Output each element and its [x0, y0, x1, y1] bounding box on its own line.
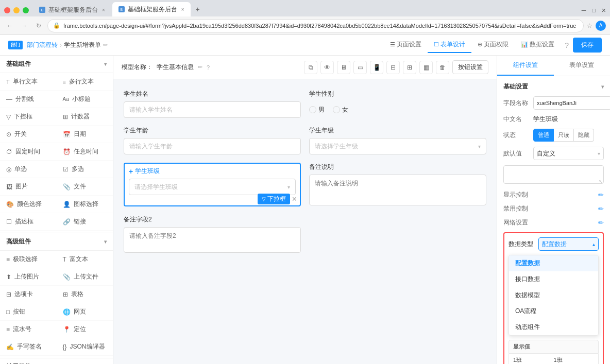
- default-value-textarea[interactable]: [503, 165, 604, 184]
- tab-form-settings[interactable]: 表单设置: [554, 56, 611, 76]
- sidebar-item-divider[interactable]: — 分割线: [0, 91, 57, 108]
- fieldname-input[interactable]: [533, 96, 610, 110]
- browser-minimize-icon[interactable]: ─: [582, 7, 586, 14]
- browser-close-icon[interactable]: ×: [602, 6, 606, 14]
- status-hidden-btn[interactable]: 隐藏: [574, 129, 594, 142]
- url-input[interactable]: [63, 23, 578, 29]
- sidebar-item-table[interactable]: ⊞ 表格: [57, 286, 113, 303]
- layout3-icon[interactable]: ▦: [419, 61, 433, 74]
- model-question-icon[interactable]: ?: [207, 64, 210, 71]
- sidebar-item-signature[interactable]: ✍ 手写签名: [0, 338, 57, 356]
- sidebar-item-date[interactable]: 📅 日期: [57, 126, 113, 143]
- tab-component-settings[interactable]: 组件设置: [497, 56, 554, 76]
- tab-2[interactable]: B 基础框架服务后台 ×: [112, 2, 191, 16]
- sidebar-item-button[interactable]: □ 按钮: [0, 303, 57, 321]
- new-tab-btn[interactable]: +: [192, 3, 204, 15]
- cell-display-1[interactable]: 1班: [513, 356, 554, 364]
- nav-tab-page-perms[interactable]: ⊕ 页面权限: [471, 37, 515, 53]
- phone-icon[interactable]: 📱: [370, 61, 383, 74]
- sidebar-item-checkbox[interactable]: ☑ 多选: [57, 161, 113, 178]
- radio-male[interactable]: 男: [309, 106, 325, 114]
- back-btn[interactable]: ←: [4, 20, 15, 31]
- save-button[interactable]: 保存: [573, 38, 602, 53]
- sidebar-item-multi-text[interactable]: ≡ 多行文本: [57, 73, 113, 91]
- expand-textarea-icon[interactable]: ⤡: [599, 179, 603, 184]
- data-type-select[interactable]: 配置数据 ▴: [538, 237, 599, 251]
- sidebar-item-rich-text[interactable]: T 富文本: [57, 251, 113, 268]
- status-readonly-btn[interactable]: 只读: [554, 129, 574, 142]
- field-select[interactable]: 请选择学生年级 ▾: [309, 138, 486, 154]
- cell-val-1[interactable]: 1班: [554, 356, 595, 364]
- sidebar-item-single-text[interactable]: T 单行文本: [0, 73, 57, 91]
- sidebar-item-color[interactable]: 🎨 颜色选择: [0, 196, 57, 213]
- disable-edit-icon[interactable]: ✏: [598, 205, 604, 213]
- sidebar-item-link[interactable]: 🔗 链接: [57, 213, 113, 231]
- dropdown-item-api[interactable]: 接口数据: [509, 271, 598, 287]
- extend-section-header[interactable]: 扩展组件 ▾: [0, 358, 113, 364]
- window-minimize-btn[interactable]: [13, 7, 20, 13]
- window-close-btn[interactable]: [4, 7, 10, 13]
- basic-section-header[interactable]: 基础组件 ▾: [0, 56, 113, 73]
- status-normal-btn[interactable]: 普通: [533, 129, 554, 142]
- model-edit-icon[interactable]: ✏: [198, 64, 202, 71]
- tab2-close[interactable]: ×: [181, 7, 184, 12]
- preview-icon[interactable]: 👁: [320, 61, 334, 74]
- class-select[interactable]: 请选择学生班级 ▾: [129, 179, 296, 195]
- breadcrumb-edit-icon[interactable]: ✏: [103, 42, 108, 48]
- sidebar-item-icon-select[interactable]: 👤 图标选择: [57, 196, 113, 213]
- sidebar-item-counter[interactable]: ⊞ 计数器: [57, 108, 113, 126]
- sidebar-item-any-time[interactable]: ⏰ 任意时间: [57, 143, 113, 161]
- sidebar-item-subtitle[interactable]: Aa 小标题: [57, 91, 113, 108]
- copy-icon[interactable]: ⧉: [304, 61, 317, 74]
- sidebar-item-serial[interactable]: ≡ 流水号: [0, 321, 57, 338]
- sidebar-item-webpage[interactable]: 🌐 网页: [57, 303, 113, 321]
- default-select[interactable]: 自定义 ▾: [533, 147, 604, 160]
- window-maximize-btn[interactable]: [23, 7, 29, 13]
- nav-tab-data-settings[interactable]: 📊 数据设置: [515, 37, 561, 53]
- tab-1[interactable]: B 基础框架服务后台 ×: [33, 3, 111, 16]
- pc-icon[interactable]: 🖥: [337, 61, 350, 74]
- sidebar-item-cascade[interactable]: ≡ 极联选择: [0, 251, 57, 268]
- nav-tab-page-settings[interactable]: ☰ 页面设置: [384, 37, 428, 53]
- field-input[interactable]: 请输入学生姓名: [124, 101, 301, 118]
- sidebar-item-file[interactable]: 📎 文件: [57, 178, 113, 196]
- sidebar-item-desc[interactable]: ☐ 描述框: [0, 213, 57, 231]
- nav-tab-form-design[interactable]: ☐ 表单设计: [428, 37, 471, 53]
- sidebar-item-fixed-time[interactable]: ⏱ 固定时间: [0, 143, 57, 161]
- remark-textarea[interactable]: [309, 175, 486, 205]
- bookmark-icon[interactable]: ☆: [587, 22, 592, 29]
- forward-btn[interactable]: →: [19, 20, 30, 31]
- sidebar-item-upload-img[interactable]: ⬆ 上传图片: [0, 268, 57, 286]
- sidebar-item-location[interactable]: 📍 定位: [57, 321, 113, 338]
- delete-canvas-icon[interactable]: 🗑: [436, 61, 449, 74]
- settings-collapse-icon[interactable]: ▾: [601, 84, 604, 90]
- breadcrumb-parent[interactable]: 部门流程转: [27, 41, 58, 49]
- sidebar-item-json[interactable]: {} JSON编译器: [57, 338, 113, 356]
- sidebar-item-radio[interactable]: ◎ 单选: [0, 161, 57, 178]
- sidebar-item-dropdown[interactable]: ▽ 下控框: [0, 108, 57, 126]
- tab1-close[interactable]: ×: [102, 7, 105, 13]
- field-input[interactable]: 请输入学生年龄: [124, 138, 301, 154]
- display-edit-icon[interactable]: ✏: [598, 191, 604, 199]
- sidebar-item-tabs[interactable]: ⊟ 选项卡: [0, 286, 57, 303]
- sidebar-item-switch[interactable]: ⊙ 开关: [0, 126, 57, 143]
- advanced-section-header[interactable]: 高级组件 ▾: [0, 233, 113, 251]
- remark2-textarea[interactable]: [124, 227, 301, 253]
- reload-btn[interactable]: ↻: [33, 20, 44, 31]
- browser-restore-icon[interactable]: □: [592, 7, 596, 13]
- profile-icon[interactable]: A: [596, 21, 606, 31]
- delete-field-btn[interactable]: ×: [292, 195, 297, 203]
- layout1-icon[interactable]: ⊟: [386, 61, 400, 74]
- dropdown-action-btn[interactable]: ▽ 下拉框: [258, 194, 290, 204]
- dropdown-item-dynamic[interactable]: 动态组件: [509, 319, 598, 335]
- help-icon[interactable]: ?: [565, 41, 569, 49]
- dropdown-item-model[interactable]: 数据模型: [509, 287, 598, 303]
- sidebar-item-image[interactable]: 🖼 图片: [0, 178, 57, 196]
- radio-female[interactable]: 女: [333, 106, 348, 114]
- layout2-icon[interactable]: ⊞: [403, 61, 416, 74]
- panel-settings-btn[interactable]: 按钮设置: [452, 60, 488, 74]
- sidebar-item-upload-file[interactable]: 📎 上传文件: [57, 268, 113, 286]
- network-edit-icon[interactable]: ✏: [598, 219, 604, 227]
- dropdown-item-oa[interactable]: OA流程: [509, 303, 598, 319]
- tablet-icon[interactable]: ▭: [353, 61, 367, 74]
